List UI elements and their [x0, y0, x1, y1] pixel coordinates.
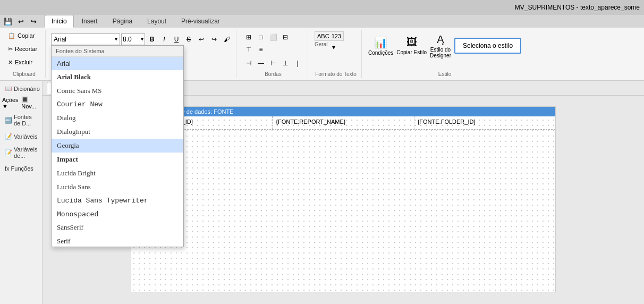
font-list-item[interactable]: Arial Black: [52, 70, 183, 84]
border-top-button[interactable]: ⊤: [243, 44, 255, 55]
underline-button[interactable]: U: [171, 33, 182, 45]
font-list-item[interactable]: Courier New: [52, 98, 183, 111]
border-middle-h-button[interactable]: —: [255, 57, 267, 69]
font-list: Fontes do Sistema ArialArial BlackComic …: [51, 45, 184, 247]
style-group: 📊 Condições 🖼 Copiar Estilo Ą Estilo doD…: [364, 30, 526, 78]
copy-button[interactable]: 📋 Copiar: [6, 31, 42, 40]
border-left-button[interactable]: ⊣: [243, 57, 255, 69]
redo-button[interactable]: ↪: [28, 16, 39, 27]
font-size-chevron: ▾: [141, 36, 143, 42]
style-buttons-row: 📊 Condições 🖼 Copiar Estilo Ą Estilo doD…: [368, 33, 521, 58]
font-list-item[interactable]: Lucida Sans Typewriter: [52, 194, 183, 207]
border-buttons: ⊞ □ ⬜ ⊟ ⊤ ≡: [243, 31, 296, 55]
cut-icon: ✂: [8, 46, 13, 53]
field-report-name[interactable]: {FONTE.REPORT_NAME}: [273, 116, 414, 129]
app-window: MV_SUPRIMENTOS - texto_aparece_some 💾 ↩ …: [0, 0, 644, 304]
canvas-report: DataFONTE; Fonte de dados: FONTE {FONTE.…: [131, 106, 556, 292]
tab-insert[interactable]: Insert: [75, 15, 105, 28]
undo-ribbon-button[interactable]: ↩: [196, 33, 207, 45]
font-list-item[interactable]: DialogInput: [52, 125, 183, 139]
dictionary-icon: 📖: [5, 85, 12, 92]
border-outer-button[interactable]: □: [255, 31, 267, 43]
designer-style-button[interactable]: Ą Estilo doDesigner: [430, 33, 451, 58]
font-group: Arial ▾ Fontes do Sistema ArialArial Bla…: [48, 30, 236, 78]
format-painter-button[interactable]: 🖌: [221, 33, 233, 45]
tab-preview[interactable]: Pré-visualizar: [174, 15, 227, 28]
font-list-item[interactable]: Arial: [52, 57, 183, 70]
undo-button[interactable]: ↩: [15, 16, 27, 27]
tab-pagina[interactable]: Página: [106, 15, 139, 28]
copy-style-icon: 🖼: [406, 36, 417, 48]
border-inner-button[interactable]: ⊟: [279, 31, 291, 43]
strikethrough-button[interactable]: S: [183, 33, 194, 45]
redo-ribbon-button[interactable]: ↪: [208, 33, 220, 45]
title-text: MV_SUPRIMENTOS - texto_aparece_some: [515, 4, 640, 11]
functions-icon: fx: [5, 165, 10, 172]
save-button[interactable]: 💾: [2, 16, 14, 27]
font-list-item[interactable]: SansSerif: [52, 221, 183, 234]
variables-icon: 📝: [5, 133, 12, 140]
text-format-display: ABC 123: [315, 31, 344, 41]
font-selector-row: Arial ▾ Fontes do Sistema ArialArial Bla…: [51, 33, 233, 45]
cut-button[interactable]: ✂ Recortar: [6, 45, 42, 54]
border-bottom-button[interactable]: ⊥: [279, 57, 291, 69]
conditions-icon: 📊: [374, 36, 387, 49]
format-text-group: ABC 123 Geral ▾ Formato do Texto: [310, 30, 362, 78]
font-list-item[interactable]: Dialog: [52, 111, 183, 125]
left-panel-variables-de[interactable]: 📝 Variáveis de...: [2, 144, 40, 161]
quick-access-bar: 💾 ↩ ↪ Início Insert Página Layout Pré-vi…: [0, 15, 644, 28]
font-list-header: Fontes do Sistema: [52, 46, 183, 57]
border-none-button[interactable]: ⬜: [267, 31, 279, 43]
font-dropdown[interactable]: Arial ▾: [51, 33, 120, 45]
bold-button[interactable]: B: [146, 33, 158, 45]
italic-button[interactable]: I: [158, 33, 170, 45]
left-panel-dictionary[interactable]: 📖 Dicionário: [2, 83, 40, 94]
format-text-buttons: ABC 123 Geral ▾: [315, 31, 357, 53]
tab-layout[interactable]: Layout: [140, 15, 173, 28]
delete-button[interactable]: ✕ Excluir: [6, 58, 42, 67]
left-panel-functions[interactable]: fx Funções: [2, 163, 40, 174]
data-band: DataFONTE; Fonte de dados: FONTE: [131, 107, 555, 116]
designer-style-icon: Ą: [437, 33, 444, 46]
fonts-icon: 🔤: [5, 117, 12, 124]
font-list-item[interactable]: Georgia: [52, 139, 183, 153]
borders-label: Bordas: [243, 71, 303, 77]
delete-icon: ✕: [8, 59, 13, 66]
tab-inicio[interactable]: Início: [45, 15, 74, 28]
border-row2: ⊣ — ⊢ ⊥ |: [243, 57, 303, 69]
title-bar: MV_SUPRIMENTOS - texto_aparece_some: [0, 0, 644, 15]
format-text-label: Formato do Texto: [315, 71, 357, 77]
border-middle-v-button[interactable]: |: [292, 57, 303, 69]
tab-bar: Início Insert Página Layout Pré-visualiz…: [45, 15, 227, 28]
clipboard-group: 📋 Copiar ✂ Recortar ✕ Excluir Clipboard: [3, 30, 46, 78]
font-list-item[interactable]: Impact: [52, 153, 183, 166]
left-panel-fonts[interactable]: 🔤 Fontes de D...: [2, 112, 40, 129]
copy-icon: 📋: [8, 32, 15, 39]
font-size-dropdown[interactable]: 8.0 ▾: [121, 33, 145, 45]
field-folder-id[interactable]: {FONTE.FOLDER_ID}: [414, 116, 555, 129]
font-list-item[interactable]: Comic Sans MS: [52, 84, 183, 98]
borders-group: ⊞ □ ⬜ ⊟ ⊤ ≡ ⊣ — ⊢ ⊥ | Bordas: [239, 30, 308, 78]
conditions-button[interactable]: 📊 Condições: [368, 36, 393, 56]
variables-de-icon: 📝: [5, 149, 12, 156]
action-row: Ações ▼ 🔳 Nov...: [2, 96, 40, 109]
style-label: Estilo: [368, 71, 521, 77]
ribbon: 📋 Copiar ✂ Recortar ✕ Excluir Clipboard …: [0, 28, 644, 81]
font-list-item[interactable]: Serif: [52, 234, 183, 247]
copy-style-button[interactable]: 🖼 Copiar Estilo: [396, 36, 427, 55]
font-list-item[interactable]: Lucida Bright: [52, 166, 183, 180]
text-format-dropdown[interactable]: ▾: [328, 41, 340, 53]
border-double-button[interactable]: ≡: [255, 44, 267, 55]
data-fields-row: {FONTE.REPORT_ID} {FONTE.REPORT_NAME} {F…: [131, 116, 555, 130]
select-style-button[interactable]: Seleciona o estilo: [454, 38, 521, 54]
font-dropdown-container: Arial ▾ Fontes do Sistema ArialArial Bla…: [51, 33, 120, 45]
text-format-label: Geral: [315, 41, 327, 53]
left-panel-variables[interactable]: 📝 Variáveis: [2, 131, 40, 142]
font-items-container: ArialArial BlackComic Sans MSCourier New…: [52, 57, 183, 247]
font-list-item[interactable]: Lucida Sans: [52, 180, 183, 194]
clipboard-label: Clipboard: [6, 71, 42, 77]
border-right-button[interactable]: ⊢: [267, 57, 279, 69]
font-list-item[interactable]: Monospaced: [52, 207, 183, 221]
border-all-button[interactable]: ⊞: [243, 31, 255, 43]
left-panel: 📖 Dicionário Ações ▼ 🔳 Nov... 🔤 Fontes d…: [0, 81, 43, 304]
